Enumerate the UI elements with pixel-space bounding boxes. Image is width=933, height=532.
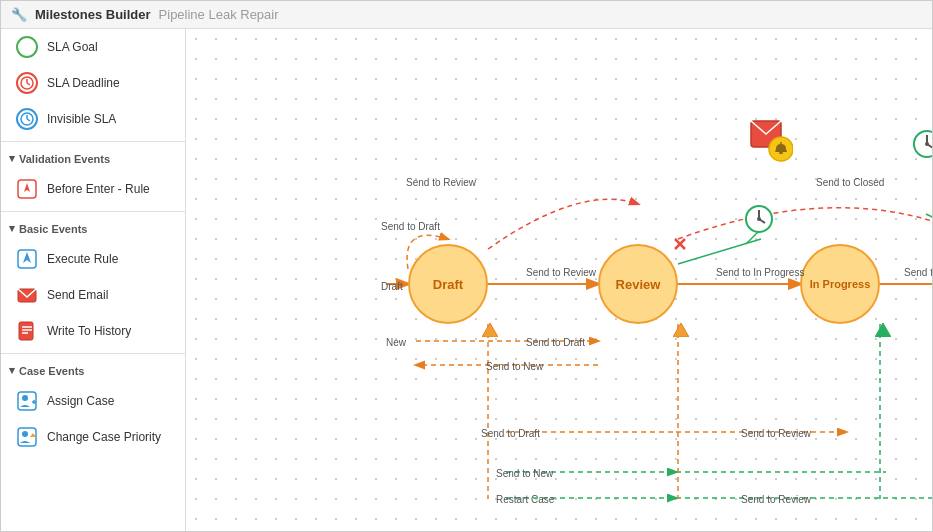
title-bar: 🔧 Milestones Builder Pipeline Leak Repai… (1, 1, 932, 29)
before-enter-rule-label: Before Enter - Rule (47, 182, 150, 196)
label-send-to-closed-main: Send to Closed (904, 267, 932, 278)
svg-point-16 (22, 395, 28, 401)
sla-deadline-icon (15, 71, 39, 95)
before-enter-rule-icon (15, 177, 39, 201)
send-email-label: Send Email (47, 288, 108, 302)
label-send-to-draft-row2: Send to Draft (481, 428, 540, 439)
label-restart-case: Restart Case (496, 494, 554, 505)
svg-marker-62 (875, 323, 891, 337)
invisible-sla-icon (15, 107, 39, 131)
basic-collapse-icon: ▾ (9, 222, 15, 235)
node-draft[interactable]: Draft (408, 244, 488, 324)
x-marker-review-top (673, 237, 687, 254)
divider-2 (1, 211, 185, 212)
node-draft-label: Draft (433, 277, 463, 292)
svg-rect-44 (779, 152, 783, 154)
clock-closed-top (912, 129, 932, 159)
svg-marker-61 (673, 323, 689, 337)
divider-3 (1, 353, 185, 354)
node-review[interactable]: Review (598, 244, 678, 324)
svg-point-50 (914, 131, 932, 157)
email-bell-badge (749, 119, 793, 163)
svg-point-20 (22, 431, 28, 437)
sidebar-item-sla-goal[interactable]: SLA Goal (1, 29, 185, 65)
basic-events-header[interactable]: ▾ Basic Events (1, 216, 185, 241)
label-send-to-review-main: Send to Review (526, 267, 596, 278)
validation-events-header[interactable]: ▾ Validation Events (1, 146, 185, 171)
change-case-priority-label: Change Case Priority (47, 430, 161, 444)
send-email-icon (15, 283, 39, 307)
sla-deadline-label: SLA Deadline (47, 76, 120, 90)
svg-marker-58 (482, 323, 498, 337)
sidebar: SLA Goal SLA Deadline Invisible SLA (1, 29, 186, 531)
label-send-to-draft-lower: Send to Draft (526, 337, 585, 348)
divider-1 (1, 141, 185, 142)
sidebar-item-send-email[interactable]: Send Email (1, 277, 185, 313)
app-container: 🔧 Milestones Builder Pipeline Leak Repai… (0, 0, 933, 532)
svg-line-2 (27, 83, 30, 85)
sidebar-item-assign-case[interactable]: Assign Case (1, 383, 185, 419)
case-events-label: Case Events (19, 365, 84, 377)
main-area: SLA Goal SLA Deadline Invisible SLA (1, 29, 932, 531)
sidebar-item-sla-deadline[interactable]: SLA Deadline (1, 65, 185, 101)
node-review-label: Review (616, 277, 661, 292)
validation-events-label: Validation Events (19, 153, 110, 165)
label-send-to-inprogress: Send to In Progress (716, 267, 804, 278)
sidebar-item-change-case-priority[interactable]: Change Case Priority (1, 419, 185, 455)
svg-line-5 (27, 119, 30, 121)
warning-marker-review (673, 323, 689, 340)
execute-rule-icon (15, 247, 39, 271)
label-send-to-review-row3: Send to Review (741, 494, 811, 505)
svg-line-28 (926, 214, 932, 244)
label-send-to-closed-top: Send to Closed (816, 177, 884, 188)
app-title: Milestones Builder (35, 7, 151, 22)
title-bar-icon: 🔧 (11, 7, 27, 22)
label-draft-left: Draft (381, 281, 403, 292)
basic-events-label: Basic Events (19, 223, 87, 235)
write-to-history-label: Write To History (47, 324, 131, 338)
label-send-to-draft: Send to Draft (381, 221, 440, 232)
sla-goal-label: SLA Goal (47, 40, 98, 54)
app-subtitle: Pipeline Leak Repair (159, 7, 279, 22)
label-send-to-new-row3: Send to New (496, 468, 553, 479)
case-events-header[interactable]: ▾ Case Events (1, 358, 185, 383)
sla-goal-icon (15, 35, 39, 59)
warning-marker-draft (482, 323, 498, 340)
sidebar-item-before-enter-rule[interactable]: Before Enter - Rule (1, 171, 185, 207)
node-inprogress-label: In Progress (810, 278, 871, 290)
marker-inprogress-bottom (875, 323, 891, 340)
svg-rect-11 (19, 322, 33, 340)
execute-rule-label: Execute Rule (47, 252, 118, 266)
label-send-to-review-row2: Send to Review (741, 428, 811, 439)
svg-point-49 (757, 217, 761, 221)
label-new: New (386, 337, 406, 348)
sidebar-item-execute-rule[interactable]: Execute Rule (1, 241, 185, 277)
sidebar-item-write-to-history[interactable]: Write To History (1, 313, 185, 349)
clock-review-top (744, 204, 774, 234)
change-case-priority-icon (15, 425, 39, 449)
invisible-sla-label: Invisible SLA (47, 112, 116, 126)
assign-case-label: Assign Case (47, 394, 114, 408)
svg-point-53 (925, 142, 929, 146)
assign-case-icon (15, 389, 39, 413)
label-send-to-review-top: Send to Review (406, 177, 476, 188)
canvas-area[interactable]: Draft Review In Progress Closed (186, 29, 932, 531)
case-collapse-icon: ▾ (9, 364, 15, 377)
sidebar-item-invisible-sla[interactable]: Invisible SLA (1, 101, 185, 137)
write-to-history-icon (15, 319, 39, 343)
label-send-to-new: Send to New (486, 361, 543, 372)
svg-line-27 (678, 239, 761, 264)
node-inprogress[interactable]: In Progress (800, 244, 880, 324)
collapse-icon: ▾ (9, 152, 15, 165)
